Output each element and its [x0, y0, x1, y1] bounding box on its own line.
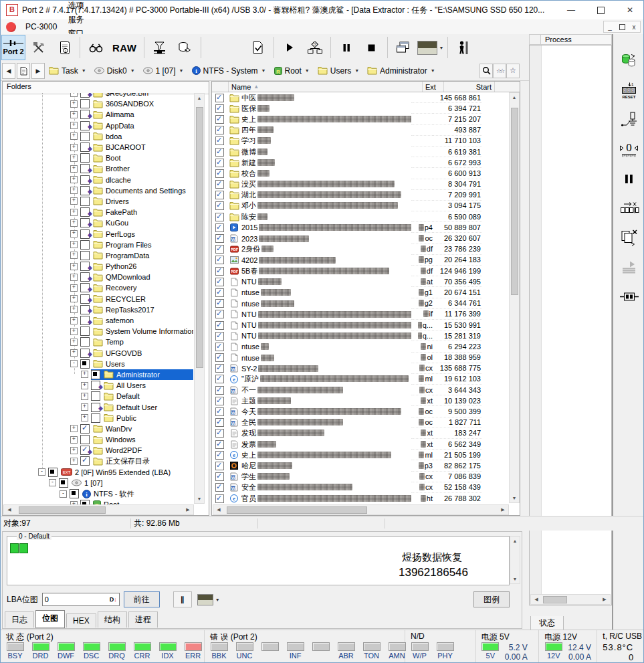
- file-checkbox[interactable]: [215, 256, 224, 264]
- counter-reset-button[interactable]: 1000RESET: [617, 80, 641, 100]
- tree-expander[interactable]: +: [70, 165, 78, 173]
- port2-button[interactable]: Port 2: [1, 35, 25, 60]
- mdi-close-button[interactable]: x: [628, 21, 640, 32]
- tree-expander[interactable]: +: [70, 155, 78, 162]
- nav-forward-button[interactable]: ▶: [31, 63, 45, 79]
- file-row[interactable]: ntuseni6 294 223: [213, 341, 507, 352]
- tree-item-reptasks2017[interactable]: +◆RepTasks2017: [3, 304, 193, 315]
- tree-expander[interactable]: +: [70, 317, 78, 324]
- tree-expander[interactable]: +: [70, 93, 78, 97]
- file-row[interactable]: W不一cx3 644 343: [213, 385, 507, 395]
- tree-expander[interactable]: +: [70, 328, 78, 335]
- breadcrumb-disk0[interactable]: Disk0▼: [90, 65, 139, 77]
- tree-expander[interactable]: +: [70, 132, 78, 140]
- tree-item-2-0f-win95-extended-lba-[interactable]: -EXT2 [0F] Win95 Extended (LBA): [3, 467, 193, 478]
- folders-vertical-scrollbar[interactable]: ▲▼: [194, 93, 205, 504]
- tree-expander[interactable]: +: [81, 393, 88, 400]
- file-checkbox[interactable]: [215, 386, 224, 395]
- file-row[interactable]: 发票xt6 562 349: [213, 439, 507, 450]
- file-row[interactable]: W今天oc9 500 399: [213, 406, 507, 417]
- tree-expander[interactable]: +: [70, 209, 78, 216]
- breadcrumb-root[interactable]: RRoot▼: [270, 65, 314, 77]
- search-icon-button[interactable]: [479, 64, 493, 78]
- file-row[interactable]: 四年493 887: [213, 125, 507, 136]
- delete-pages-button[interactable]: [617, 227, 641, 248]
- file-row[interactable]: 哈尼p382 862 175: [213, 460, 507, 471]
- file-checkbox[interactable]: [215, 353, 224, 362]
- tree-expander[interactable]: -: [60, 490, 67, 498]
- bitmap-view-dropdown[interactable]: ▼: [197, 591, 221, 608]
- file-row[interactable]: 史上7 215 207: [213, 114, 507, 124]
- raw-recovery-button[interactable]: RAW: [109, 35, 140, 60]
- tab-日志[interactable]: 日志: [5, 611, 34, 628]
- tools-button[interactable]: [27, 35, 51, 60]
- file-row[interactable]: W全民oc1 827 711: [213, 417, 507, 428]
- go-button[interactable]: 前往: [124, 591, 160, 607]
- windows-cascade-button[interactable]: [391, 35, 415, 60]
- file-row[interactable]: PDF5B春df124 946 199: [213, 266, 507, 276]
- counter-clear-button[interactable]: [617, 198, 641, 218]
- file-checkbox[interactable]: [215, 332, 224, 341]
- scroll-down-icon[interactable]: ▼: [510, 496, 519, 500]
- tree-item-ufgovdb[interactable]: +◆UFGOVDB: [3, 348, 193, 359]
- tree-expander[interactable]: +: [70, 252, 78, 259]
- file-row[interactable]: W安全cx52 158 439: [213, 482, 507, 493]
- tree-expander[interactable]: +: [81, 403, 88, 411]
- tab-进程[interactable]: 进程: [128, 611, 158, 628]
- power-switch-button[interactable]: [617, 110, 641, 130]
- tree-checkbox[interactable]: [91, 413, 100, 423]
- tree-item-public[interactable]: +Public: [3, 413, 193, 423]
- tree-item-boot[interactable]: +Boot: [3, 153, 193, 163]
- folders-horizontal-scrollbar[interactable]: ◀▶: [3, 504, 194, 515]
- file-row[interactable]: NTUq...15 281 319: [213, 330, 507, 341]
- scroll-up-icon[interactable]: ▲: [510, 539, 520, 543]
- process-horizontal-scrollbar[interactable]: ◀▶: [530, 594, 611, 605]
- tree-item-documents-and-settings[interactable]: +◆Documents and Settings: [3, 185, 193, 196]
- file-checkbox[interactable]: [215, 462, 224, 470]
- scroll-right-icon[interactable]: ▶: [500, 507, 506, 512]
- file-checkbox[interactable]: [215, 148, 224, 157]
- file-row[interactable]: 主题xt10 139 023: [213, 395, 507, 406]
- tree-item-1-07-[interactable]: -1 [07]: [3, 478, 193, 488]
- tree-checkbox[interactable]: [80, 500, 90, 504]
- scrollbar-thumb[interactable]: [543, 596, 567, 603]
- tree-item-dlcache[interactable]: +◆dlcache: [3, 175, 193, 185]
- scroll-right-icon[interactable]: ▶: [601, 597, 608, 602]
- pause-button[interactable]: [334, 35, 358, 60]
- tree-expander[interactable]: +: [70, 219, 78, 227]
- bitmap-view[interactable]: 0 - Default 煜扬数据恢复 13962186546: [7, 536, 510, 585]
- file-checkbox[interactable]: [215, 299, 224, 308]
- tree-expander[interactable]: +: [70, 230, 78, 238]
- tree-item-brother[interactable]: +◆Brother: [3, 163, 193, 174]
- files-horizontal-scrollbar[interactable]: ◀▶: [213, 504, 509, 515]
- preview-dropdown-button[interactable]: ▼: [417, 35, 445, 60]
- tree-expander[interactable]: +: [70, 187, 78, 194]
- file-row[interactable]: 校合6 600 913: [213, 168, 507, 179]
- files-vertical-scrollbar[interactable]: ▲▼: [509, 92, 520, 503]
- scroll-down-icon[interactable]: ▼: [195, 496, 204, 501]
- file-row[interactable]: WSY-2cx135 688 775: [213, 363, 507, 374]
- tab-结构[interactable]: 结构: [98, 611, 127, 628]
- menu-item-0[interactable]: 选项: [62, 0, 99, 13]
- file-row[interactable]: e"原沪ml19 612 103: [213, 374, 507, 385]
- tree-expander[interactable]: +: [70, 349, 78, 357]
- file-row[interactable]: 医保6 394 721: [213, 103, 507, 114]
- tree-expander[interactable]: +: [81, 382, 88, 389]
- tree-expander[interactable]: +: [70, 144, 78, 151]
- file-row[interactable]: 没买8 304 791: [213, 179, 507, 190]
- tree-item-programdata[interactable]: +ProgramData: [3, 250, 193, 261]
- file-row[interactable]: 新建6 672 993: [213, 157, 507, 168]
- tree-expander[interactable]: +: [81, 371, 88, 378]
- file-row[interactable]: 2015p450 889 807: [213, 222, 507, 233]
- scroll-right-icon[interactable]: ▶: [185, 507, 191, 512]
- legend-button[interactable]: 图例: [473, 591, 510, 607]
- file-checkbox[interactable]: [215, 191, 224, 199]
- file-checkbox[interactable]: [215, 429, 224, 438]
- tree-expander[interactable]: +: [70, 436, 78, 444]
- maximize-button[interactable]: [586, 1, 615, 19]
- file-checkbox[interactable]: [215, 159, 224, 167]
- tree-expander[interactable]: +: [70, 263, 78, 270]
- file-row[interactable]: ntuseg120 674 151: [213, 287, 507, 298]
- tree-item-fakepath[interactable]: +◆FakePath: [3, 207, 193, 217]
- nav-back-button[interactable]: ◀: [2, 63, 15, 79]
